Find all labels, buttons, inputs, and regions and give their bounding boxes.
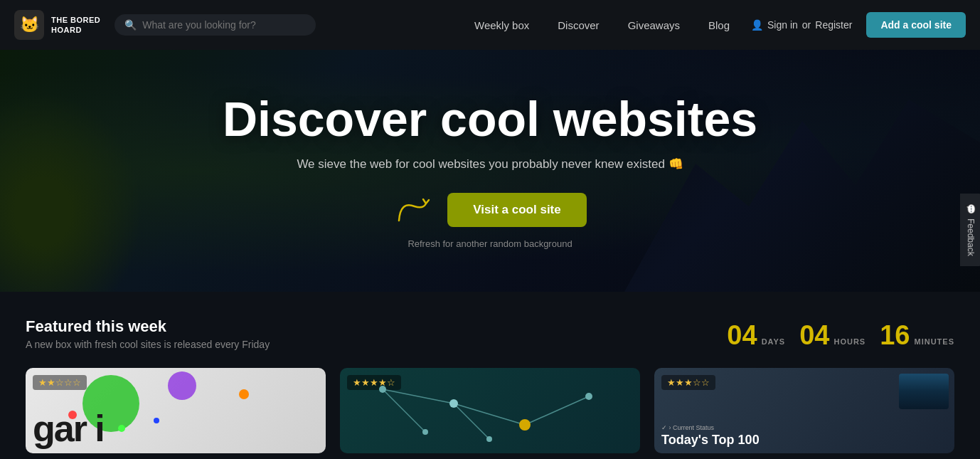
search-bar[interactable]: 🔍 [114, 14, 316, 36]
visit-cool-site-button[interactable]: Visit a cool site [447, 193, 586, 227]
countdown-days: 04 DAYS [727, 320, 785, 351]
countdown-timer: 04 DAYS 04 HOURS 16 MINUTES [727, 317, 954, 351]
nav-giveaways[interactable]: Giveaways [628, 19, 680, 31]
minutes-label: MINUTES [915, 337, 955, 346]
countdown-minutes: 16 MINUTES [880, 320, 954, 351]
card-2-network [340, 368, 640, 453]
ocean-image [899, 374, 949, 409]
nav-blog[interactable]: Blog [708, 19, 730, 31]
nav-auth: 👤 Sign in or Register [751, 19, 852, 31]
hero-subtitle: We sieve the web for cool websites you p… [223, 157, 757, 172]
featured-info: Featured this week A new box with fresh … [26, 317, 270, 350]
minutes-number: 16 [880, 320, 910, 351]
featured-card-1[interactable]: ★★☆☆☆ gar i [26, 368, 326, 453]
hours-number: 04 [799, 320, 829, 351]
arrow-curl-icon [393, 194, 433, 226]
featured-card-2[interactable]: ★★★★☆ [340, 368, 640, 453]
search-icon: 🔍 [124, 19, 137, 31]
circle-orange [239, 389, 249, 399]
card-3-thumbnail [899, 374, 949, 409]
navbar: 🐱 The Bored Hoard 🔍 Weekly box Discover … [0, 0, 980, 50]
arrow-icon: › [669, 424, 671, 431]
search-input[interactable] [142, 19, 306, 31]
svg-point-8 [585, 393, 592, 400]
nav-discover[interactable]: Discover [558, 19, 599, 31]
add-cool-site-button[interactable]: Add a cool site [866, 12, 966, 38]
svg-point-7 [519, 419, 531, 431]
current-status-text: Current Status [673, 424, 714, 431]
navbar-links: Weekly box Discover Giveaways Blog [474, 19, 730, 31]
feedback-label: Feedback [966, 218, 976, 256]
hero-section: Discover cool websites We sieve the web … [0, 50, 980, 292]
featured-header: Featured this week A new box with fresh … [26, 317, 954, 351]
countdown-hours: 04 HOURS [799, 320, 866, 351]
svg-line-2 [525, 396, 589, 425]
svg-line-4 [383, 389, 425, 432]
featured-heading: Featured this week [26, 317, 270, 336]
hero-content: Discover cool websites We sieve the web … [223, 93, 757, 250]
circle-purple [168, 371, 196, 400]
logo-link[interactable]: 🐱 The Bored Hoard [14, 10, 100, 40]
featured-section: Featured this week A new box with fresh … [0, 292, 980, 453]
feedback-tab[interactable]: 💬 Feedback [960, 194, 980, 266]
hero-actions: Visit a cool site [223, 193, 757, 227]
hours-label: HOURS [833, 337, 866, 346]
card-3-stars: ★★★☆☆ [661, 375, 715, 390]
svg-point-9 [486, 436, 492, 442]
card-1-stars: ★★☆☆☆ [33, 375, 87, 390]
svg-point-5 [379, 386, 386, 393]
signin-link[interactable]: Sign in [767, 19, 798, 31]
register-link[interactable]: Register [815, 19, 852, 31]
svg-point-6 [449, 399, 458, 408]
hero-title: Discover cool websites [223, 93, 757, 146]
svg-line-0 [383, 389, 454, 403]
hero-tree-left [0, 93, 142, 292]
logo-text: The Bored Hoard [51, 15, 100, 36]
user-icon: 👤 [751, 19, 763, 31]
nav-weekly-box[interactable]: Weekly box [474, 19, 529, 31]
featured-card-3[interactable]: ★★★☆☆ ✓ › Current Status Today's Top 100 [654, 368, 954, 453]
card-3-info: ✓ › Current Status Today's Top 100 [661, 424, 898, 448]
featured-cards: ★★☆☆☆ gar i ★★★★☆ ★★★☆☆ [26, 368, 954, 453]
card-1-text: gar i [33, 407, 104, 450]
card-3-current-label: ✓ › Current Status [661, 424, 898, 431]
card-3-title: Today's Top 100 [661, 433, 898, 448]
days-number: 04 [727, 320, 757, 351]
hero-refresh-text: Refresh for another random background [223, 238, 757, 249]
featured-subtext: A new box with fresh cool sites is relea… [26, 339, 270, 350]
logo-icon: 🐱 [14, 10, 44, 40]
checkmark-icon: ✓ [661, 424, 667, 431]
days-label: DAYS [762, 337, 786, 346]
circle-blue [154, 418, 159, 423]
circle-lime [118, 425, 125, 432]
svg-point-10 [422, 429, 428, 435]
feedback-icon: 💬 [966, 204, 976, 214]
